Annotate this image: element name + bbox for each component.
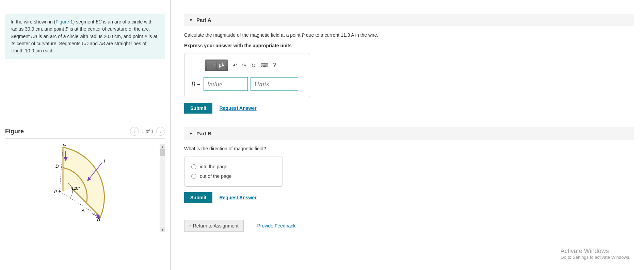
part-a-header[interactable]: ▼ Part A: [184, 14, 634, 26]
figure-counter: 1 of 1: [142, 129, 154, 134]
part-a-title: Part A: [196, 17, 211, 23]
radio-out-input[interactable]: [191, 174, 196, 179]
label-b: B: [97, 217, 100, 222]
scroll-down-icon[interactable]: ▾: [160, 227, 165, 232]
segment-da: DA: [31, 34, 37, 39]
value-input[interactable]: [204, 77, 248, 91]
submit-button-b[interactable]: Submit: [184, 192, 212, 203]
equation-tool-group: ⬚⬚ μÅ: [205, 60, 228, 71]
scroll-thumb[interactable]: [160, 149, 165, 156]
radio-group-direction: into the page out of the page: [184, 156, 283, 187]
segment-bc: BC: [96, 19, 102, 24]
figure-link[interactable]: Figure 1: [55, 19, 73, 24]
figure-title: Figure: [5, 128, 24, 135]
variable-label: B =: [191, 81, 201, 88]
radio-into-input[interactable]: [191, 164, 196, 169]
segment-cd: CD: [82, 41, 88, 46]
request-answer-link-a[interactable]: Request Answer: [219, 105, 256, 111]
provide-feedback-link[interactable]: Provide Feedback: [257, 223, 296, 229]
windows-activation-watermark: Activate Windows Go to Settings to activ…: [561, 248, 630, 260]
figure-scrollbar[interactable]: ▴ ▾: [160, 144, 165, 232]
part-a-instruction: Express your answer with the appropriate…: [184, 43, 634, 48]
units-symbol-button[interactable]: μÅ: [217, 61, 226, 70]
segment-ab: AB: [99, 41, 105, 46]
label-c: C: [63, 144, 66, 147]
caret-down-icon: ▼: [189, 18, 193, 22]
units-input[interactable]: [251, 77, 298, 91]
keyboard-icon[interactable]: ⌨: [260, 62, 268, 69]
scroll-up-icon[interactable]: ▴: [160, 144, 165, 149]
reset-icon[interactable]: ↻: [251, 62, 256, 69]
label-angle: 120°: [71, 186, 80, 191]
part-b-header[interactable]: ▼ Part B: [184, 127, 634, 140]
figure-next-button[interactable]: ›: [156, 127, 165, 136]
undo-icon[interactable]: ↶: [233, 62, 237, 69]
templates-button[interactable]: ⬚⬚: [207, 61, 216, 70]
label-a: A: [81, 208, 85, 213]
problem-text: In the wire shown in (: [11, 19, 55, 24]
part-b-question: What is the direction of magnetic field?: [184, 146, 634, 151]
part-b-title: Part B: [196, 131, 211, 136]
submit-button-a[interactable]: Submit: [184, 103, 212, 114]
radio-out-label: out of the page: [200, 173, 231, 179]
figure-prev-button[interactable]: ‹: [130, 127, 139, 136]
request-answer-link-b[interactable]: Request Answer: [219, 195, 256, 200]
label-i: I: [104, 158, 105, 164]
caret-down-icon: ▼: [189, 131, 193, 136]
label-p: P: [54, 189, 57, 194]
label-d: D: [55, 164, 59, 169]
chevron-left-icon: ‹: [189, 223, 191, 229]
return-to-assignment-button[interactable]: ‹ Return to Assignment: [184, 220, 244, 232]
svg-point-5: [59, 190, 61, 192]
help-icon[interactable]: ?: [273, 62, 276, 68]
radio-option-out[interactable]: out of the page: [191, 171, 276, 181]
radio-into-label: into the page: [200, 164, 227, 169]
problem-statement: In the wire shown in (Figure 1) segment …: [5, 14, 165, 59]
figure-image: C D P A B I 120° ▴ ▾: [5, 144, 165, 232]
part-a-question: Calculate the magnitude of the magnetic …: [184, 32, 634, 38]
radio-option-into[interactable]: into the page: [191, 162, 276, 171]
answer-box-a: ⬚⬚ μÅ ↶ ↷ ↻ ⌨ ? B =: [184, 53, 310, 97]
redo-icon[interactable]: ↷: [242, 62, 246, 69]
